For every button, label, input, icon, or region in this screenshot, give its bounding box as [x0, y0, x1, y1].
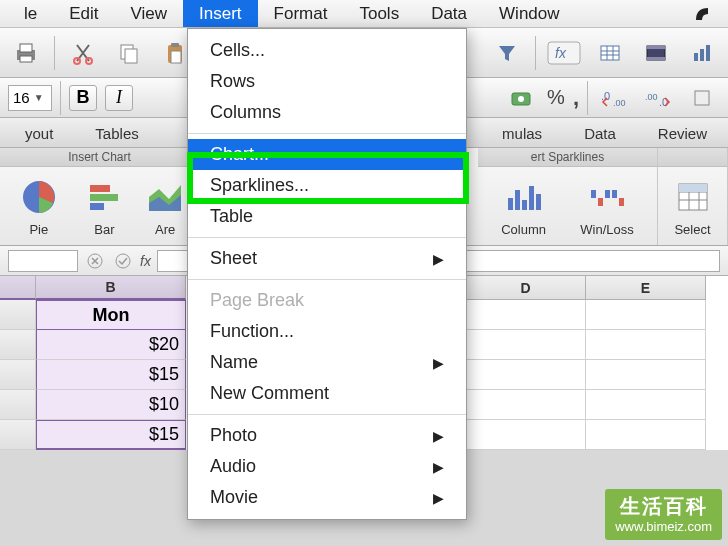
- menu-window[interactable]: Window: [483, 0, 575, 27]
- tab-formulas[interactable]: mulas: [481, 119, 563, 147]
- col-header-b[interactable]: B: [36, 276, 186, 300]
- chart-toolbar-icon[interactable]: [684, 35, 720, 71]
- sparkline-winloss-button[interactable]: Win/Loss: [580, 176, 633, 237]
- filter-icon[interactable]: [489, 35, 525, 71]
- svg-rect-29: [695, 91, 709, 105]
- tab-review[interactable]: Review: [637, 119, 728, 147]
- pie-chart-icon: [18, 176, 60, 218]
- menu-item-photo[interactable]: Photo▶: [188, 420, 466, 451]
- print-icon[interactable]: [8, 35, 44, 71]
- italic-button[interactable]: I: [105, 85, 133, 111]
- cell-b1[interactable]: Mon: [36, 300, 186, 330]
- increase-decimal-icon[interactable]: .00.0: [640, 80, 676, 116]
- decrease-decimal-icon[interactable]: .0.00: [596, 80, 632, 116]
- cell-b2[interactable]: $20: [36, 330, 186, 360]
- percent-button[interactable]: %: [547, 86, 565, 109]
- comma-button[interactable]: ,: [573, 85, 579, 111]
- svg-rect-37: [529, 186, 534, 210]
- copy-icon[interactable]: [111, 35, 147, 71]
- menu-item-columns[interactable]: Columns: [188, 97, 466, 128]
- table-icon[interactable]: [592, 35, 628, 71]
- cell-e1[interactable]: [586, 300, 706, 330]
- cell-d5[interactable]: [466, 420, 586, 450]
- sparkline-column-button[interactable]: Column: [501, 176, 546, 237]
- menu-view[interactable]: View: [115, 0, 184, 27]
- svg-rect-36: [522, 200, 527, 210]
- menu-item-table[interactable]: Table: [188, 201, 466, 232]
- cell-b5[interactable]: $15: [36, 420, 186, 450]
- cell-e4[interactable]: [586, 390, 706, 420]
- cancel-icon[interactable]: [84, 250, 106, 272]
- col-header-e[interactable]: E: [586, 276, 706, 300]
- chart-bar-label: Bar: [94, 222, 114, 237]
- menu-item-name[interactable]: Name▶: [188, 347, 466, 378]
- chevron-right-icon: ▶: [433, 355, 444, 371]
- chart-pie-label: Pie: [29, 222, 48, 237]
- chart-bar-button[interactable]: Bar: [83, 176, 125, 237]
- row-header[interactable]: [0, 420, 36, 450]
- select-data-button[interactable]: Select: [672, 176, 714, 237]
- select-all-corner[interactable]: [0, 276, 36, 300]
- menu-item-sheet[interactable]: Sheet▶: [188, 243, 466, 274]
- menu-item-movie[interactable]: Movie▶: [188, 482, 466, 513]
- fx-button[interactable]: fx: [546, 35, 582, 71]
- fx-label[interactable]: fx: [140, 253, 151, 269]
- row-header[interactable]: [0, 330, 36, 360]
- menu-item-cells[interactable]: Cells...: [188, 35, 466, 66]
- menu-insert[interactable]: Insert: [183, 0, 258, 27]
- name-box[interactable]: [8, 250, 78, 272]
- cell-d4[interactable]: [466, 390, 586, 420]
- menu-file[interactable]: le: [8, 0, 53, 27]
- cell-b3[interactable]: $15: [36, 360, 186, 390]
- cell-e5[interactable]: [586, 420, 706, 450]
- row-header[interactable]: [0, 300, 36, 330]
- cell-e3[interactable]: [586, 360, 706, 390]
- bold-button[interactable]: B: [69, 85, 97, 111]
- sparkline-winloss-label: Win/Loss: [580, 222, 633, 237]
- font-size-input[interactable]: 16 ▼: [8, 85, 52, 111]
- cell-b4[interactable]: $10: [36, 390, 186, 420]
- svg-rect-22: [706, 45, 710, 61]
- menu-format[interactable]: Format: [258, 0, 344, 27]
- chevron-right-icon: ▶: [433, 490, 444, 506]
- menu-item-chart[interactable]: Chart...: [188, 139, 466, 170]
- menu-item-new-comment[interactable]: New Comment: [188, 378, 466, 409]
- svg-rect-33: [90, 203, 104, 210]
- chart-area-button[interactable]: Are: [149, 176, 181, 237]
- cell-e2[interactable]: [586, 330, 706, 360]
- media-icon[interactable]: [638, 35, 674, 71]
- menu-item-audio[interactable]: Audio▶: [188, 451, 466, 482]
- svg-rect-34: [508, 198, 513, 210]
- menubar: le Edit View Insert Format Tools Data Wi…: [0, 0, 728, 28]
- svg-text:fx: fx: [555, 45, 567, 61]
- svg-rect-18: [647, 46, 665, 49]
- menu-edit[interactable]: Edit: [53, 0, 114, 27]
- menu-separator: [188, 414, 466, 415]
- menu-item-function[interactable]: Function...: [188, 316, 466, 347]
- format-dropdown-icon[interactable]: [684, 80, 720, 116]
- cell-d3[interactable]: [466, 360, 586, 390]
- tab-layout[interactable]: yout: [4, 119, 74, 147]
- svg-rect-12: [601, 46, 619, 60]
- row-header[interactable]: [0, 390, 36, 420]
- cut-icon[interactable]: [65, 35, 101, 71]
- menu-item-rows[interactable]: Rows: [188, 66, 466, 97]
- row-header[interactable]: [0, 360, 36, 390]
- col-header-d[interactable]: D: [466, 276, 586, 300]
- tab-tables[interactable]: Tables: [74, 119, 159, 147]
- menu-item-sparklines[interactable]: Sparklines...: [188, 170, 466, 201]
- menu-data[interactable]: Data: [415, 0, 483, 27]
- menu-tools[interactable]: Tools: [343, 0, 415, 27]
- chart-pie-button[interactable]: Pie: [18, 176, 60, 237]
- svg-rect-32: [90, 194, 118, 201]
- confirm-icon[interactable]: [112, 250, 134, 272]
- currency-icon[interactable]: [503, 80, 539, 116]
- svg-rect-49: [679, 184, 707, 192]
- sparkline-column-label: Column: [501, 222, 546, 237]
- watermark-url: www.bimeiz.com: [615, 519, 712, 536]
- cell-d2[interactable]: [466, 330, 586, 360]
- tab-data[interactable]: Data: [563, 119, 637, 147]
- svg-text:.00: .00: [645, 92, 658, 102]
- app-icon: [676, 0, 728, 27]
- cell-d1[interactable]: [466, 300, 586, 330]
